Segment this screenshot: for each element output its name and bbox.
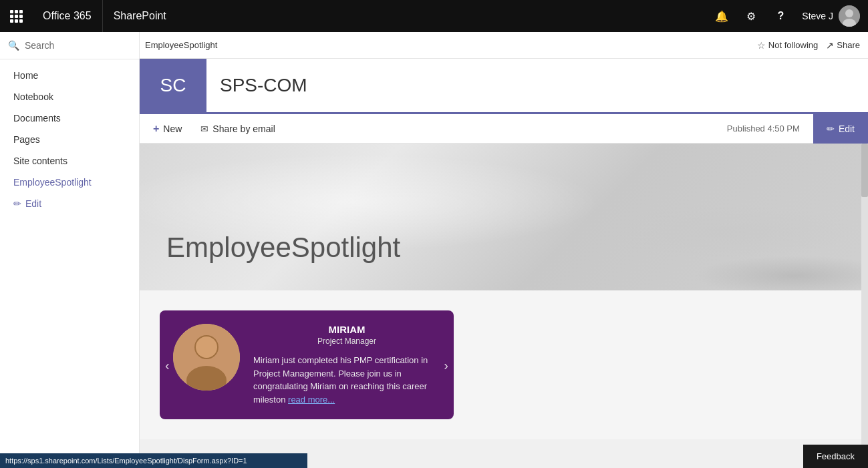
main-layout: 🔍 Search Home Notebook Documents Pages S…	[0, 32, 868, 468]
not-following-button[interactable]: ☆ Not following	[757, 40, 818, 51]
sidebar-search-button[interactable]: 🔍 Search	[0, 32, 139, 59]
card-next-button[interactable]: ›	[444, 357, 448, 373]
sharepoint-label: SharePoint	[114, 10, 166, 21]
svg-point-1	[845, 9, 853, 17]
bell-icon: 🔔	[715, 10, 728, 23]
topbar-icons-group: 🔔 ⚙ ?	[708, 0, 794, 32]
edit-button[interactable]: ✏ Edit	[813, 114, 868, 144]
search-label: Search	[25, 40, 54, 51]
page-content: EmployeeSpotlight ‹	[140, 144, 868, 468]
employee-description: Miriam just completed his PMP certificat…	[253, 354, 440, 406]
waffle-menu-button[interactable]	[0, 0, 32, 32]
hero-title: EmployeeSpotlight	[166, 232, 400, 264]
waffle-icon	[10, 10, 23, 23]
employee-name: MIRIAM	[253, 324, 440, 335]
share-icon: ↗	[826, 40, 834, 51]
new-label: New	[163, 124, 182, 134]
sidebar-item-site-contents[interactable]: Site contents	[0, 150, 139, 172]
toolbar-right: Published 4:50 PM ✏ Edit	[727, 114, 868, 144]
office365-title[interactable]: Office 365	[32, 0, 103, 32]
status-bar: https://sps1.sharepoint.com/Lists/Employ…	[0, 453, 307, 468]
breadcrumb-bar: EmployeeSpotlight ☆ Not following ↗ Shar…	[140, 32, 868, 59]
scrollbar-thumb[interactable]	[861, 144, 868, 197]
page-toolbar: + New ✉ Share by email Published 4:50 PM…	[140, 114, 868, 144]
employee-avatar	[173, 324, 240, 391]
employee-title: Project Manager	[253, 336, 440, 346]
email-icon: ✉	[200, 124, 208, 134]
site-logo: SC	[140, 59, 206, 112]
feedback-button[interactable]: Feedback	[803, 445, 868, 468]
office365-label: Office 365	[43, 10, 92, 22]
svg-point-6	[196, 336, 217, 358]
site-header: SC SPS-COM	[140, 59, 868, 114]
breadcrumb-actions: ☆ Not following ↗ Share	[757, 40, 860, 51]
share-button[interactable]: ↗ Share	[826, 40, 860, 51]
status-url: https://sps1.sharepoint.com/Lists/Employ…	[5, 457, 247, 465]
sidebar-item-pages[interactable]: Pages	[0, 129, 139, 150]
share-label: Share	[837, 40, 860, 50]
help-icon: ?	[777, 10, 784, 22]
sidebar-item-employee-spotlight[interactable]: EmployeeSpotlight	[0, 172, 139, 193]
scrollbar-track[interactable]	[861, 144, 868, 468]
notifications-button[interactable]: 🔔	[708, 0, 735, 32]
published-text: Published 4:50 PM	[727, 124, 808, 134]
sidebar-nav: Home Notebook Documents Pages Site conte…	[0, 59, 139, 468]
search-icon: 🔍	[8, 40, 19, 51]
new-button[interactable]: + New	[145, 119, 190, 139]
top-navigation-bar: Office 365 SharePoint 🔔 ⚙ ? Steve J	[0, 0, 868, 32]
sidebar-edit-label: Edit	[25, 198, 41, 209]
card-prev-button[interactable]: ‹	[165, 357, 170, 373]
content-area: EmployeeSpotlight ☆ Not following ↗ Shar…	[140, 32, 868, 468]
star-icon: ☆	[757, 40, 766, 51]
not-following-label: Not following	[768, 40, 818, 50]
gear-icon: ⚙	[746, 10, 756, 23]
sidebar-item-documents[interactable]: Documents	[0, 107, 139, 129]
pencil-icon: ✏	[13, 198, 21, 209]
plus-icon: +	[153, 123, 159, 135]
breadcrumb: EmployeeSpotlight	[145, 40, 217, 50]
edit-label: Edit	[839, 124, 855, 134]
settings-button[interactable]: ⚙	[738, 0, 764, 32]
avatar	[839, 5, 860, 27]
sharepoint-title[interactable]: SharePoint	[103, 10, 709, 22]
card-content: MIRIAM Project Manager Miriam just compl…	[253, 324, 440, 406]
toolbar-left: + New ✉ Share by email	[140, 119, 283, 139]
sidebar-item-notebook[interactable]: Notebook	[0, 86, 139, 107]
site-logo-text: SC	[160, 75, 186, 96]
sidebar-edit-link[interactable]: ✏ Edit	[0, 193, 139, 214]
user-profile-button[interactable]: Steve J	[794, 5, 868, 27]
card-section: ‹ MIRIAM Project Manager	[140, 290, 868, 439]
edit-pencil-icon: ✏	[827, 124, 835, 134]
sidebar: 🔍 Search Home Notebook Documents Pages S…	[0, 32, 140, 468]
site-title-area: SPS-COM	[206, 59, 321, 112]
site-title: SPS-COM	[220, 75, 307, 96]
share-by-email-button[interactable]: ✉ Share by email	[192, 120, 283, 138]
username-label: Steve J	[802, 11, 833, 21]
help-button[interactable]: ?	[767, 0, 794, 32]
feedback-label: Feedback	[817, 451, 855, 461]
read-more-link[interactable]: read more...	[288, 395, 335, 405]
sidebar-item-home[interactable]: Home	[0, 65, 139, 86]
hero-banner: EmployeeSpotlight	[140, 144, 868, 290]
share-by-email-label: Share by email	[212, 124, 275, 134]
employee-card: ‹ MIRIAM Project Manager	[160, 310, 454, 419]
